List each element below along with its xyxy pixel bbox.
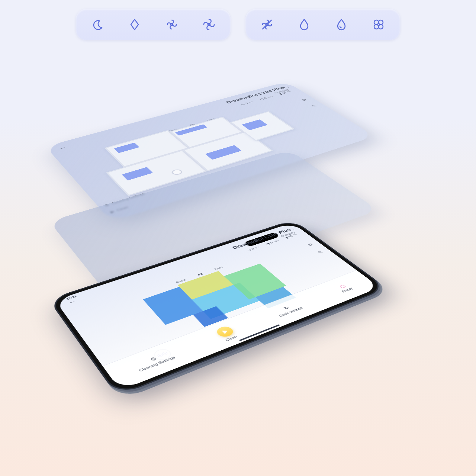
map-tools: ⧉ ✎ <box>298 97 321 109</box>
empty-icon: ▢ <box>338 284 347 289</box>
robot-status-icon[interactable]: ⦾⦾ <box>151 347 174 362</box>
map-layers-icon[interactable]: ⧉ <box>298 97 311 103</box>
dock-settings-label: Dock settings <box>278 306 304 318</box>
map-edit-icon[interactable]: ✎ <box>313 248 327 255</box>
map-edit-icon[interactable]: ✎ <box>307 103 321 109</box>
clean-label: Clean <box>224 335 238 342</box>
scene: ← DreameBot L10s Plus Charging ⋮ ▭ 0 m² … <box>0 0 476 476</box>
back-button[interactable]: ← <box>67 299 77 305</box>
dock-settings-button[interactable]: ↻ Dock settings <box>273 302 304 318</box>
map-tools: ⧉ ✎ <box>303 241 327 256</box>
sliders-icon: ⚙ <box>149 356 158 362</box>
cleaning-settings-button[interactable]: ⚙ Cleaning Settings <box>134 350 176 373</box>
area-icon: ▭ <box>246 248 253 252</box>
empty-button[interactable]: ▢ Empty <box>335 283 354 293</box>
home-indicator <box>239 324 280 341</box>
clean-button[interactable]: Clean <box>214 325 239 342</box>
cleaning-settings-label: Cleaning Settings <box>138 356 176 373</box>
play-icon <box>214 325 236 339</box>
status-time: 17:21 <box>66 295 77 300</box>
floorplan-2d[interactable] <box>131 256 310 348</box>
tab-all[interactable]: All <box>197 273 204 276</box>
back-button[interactable]: ← <box>58 145 68 151</box>
area-icon: ▭ <box>240 103 246 106</box>
map-layers-icon[interactable]: ⧉ <box>303 241 317 248</box>
dock-icon: ↻ <box>282 305 290 311</box>
